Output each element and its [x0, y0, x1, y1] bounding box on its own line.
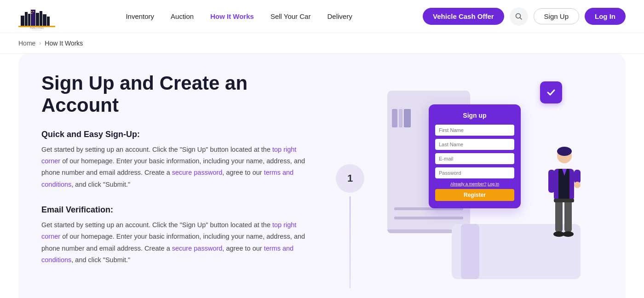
login-button[interactable]: Log In [585, 8, 626, 25]
main-content-card: Sign Up and Create an Account Quick and … [18, 54, 626, 298]
svg-rect-4 [36, 13, 39, 26]
breadcrumb-chevron: › [39, 40, 41, 46]
desk-leg [461, 224, 479, 279]
nav-inventory[interactable]: Inventory [126, 12, 154, 20]
svg-rect-10 [31, 13, 32, 14]
svg-rect-0 [21, 16, 24, 26]
left-content: Sign Up and Create an Account Quick and … [41, 72, 327, 281]
top-right-link[interactable]: top right corner [41, 146, 296, 165]
svg-rect-21 [574, 170, 581, 183]
signup-password-input[interactable] [435, 167, 514, 178]
svg-line-15 [520, 17, 522, 19]
svg-point-26 [563, 231, 574, 237]
signup-email-input[interactable] [435, 153, 514, 164]
secure-password-link2[interactable]: secure password [172, 245, 223, 252]
svg-rect-3 [31, 10, 35, 26]
svg-rect-9 [33, 11, 34, 12]
cash-offer-button[interactable]: Vehicle Cash Offer [423, 8, 504, 25]
already-member-text: Already a member? Log In [435, 182, 514, 186]
svg-text:AUCTIONS: AUCTIONS [32, 29, 42, 30]
signup-card: Sign up Already a member? Log In Registe… [429, 104, 521, 208]
svg-rect-8 [31, 11, 32, 12]
breadcrumb: Home › How It Works [0, 33, 644, 54]
signup-firstname-input[interactable] [435, 125, 514, 136]
nav-auction[interactable]: Auction [171, 12, 194, 20]
section2-body: Get started by setting up an account. Cl… [41, 219, 308, 266]
step-number: 1 [336, 164, 364, 193]
main-nav: Inventory Auction How It Works Sell Your… [126, 12, 352, 20]
svg-rect-20 [548, 170, 555, 193]
logo[interactable]: TWIN CITIES AUCTIONS [18, 3, 55, 30]
step-line [350, 196, 351, 288]
right-illustration: Sign up Already a member? Log In Registe… [383, 68, 585, 288]
terms-link2[interactable]: terms and conditions [41, 245, 293, 264]
svg-rect-1 [25, 12, 28, 26]
svg-rect-7 [47, 17, 50, 26]
terms-link[interactable]: terms and conditions [41, 169, 293, 188]
svg-point-17 [557, 147, 572, 156]
check-badge [540, 81, 562, 103]
page-title: Sign Up and Create an Account [41, 72, 308, 117]
nav-how-it-works[interactable]: How It Works [210, 12, 254, 20]
signup-card-title: Sign up [435, 112, 514, 119]
svg-rect-6 [43, 14, 46, 26]
svg-point-22 [574, 182, 581, 188]
nav-delivery[interactable]: Delivery [327, 12, 352, 20]
register-button[interactable]: Register [435, 189, 514, 201]
section1-heading: Quick and Easy Sign-Up: [41, 130, 308, 139]
nav-sell-your-car[interactable]: Sell Your Car [270, 12, 311, 20]
secure-password-link[interactable]: secure password [172, 169, 223, 176]
step-indicator: 1 [336, 72, 364, 288]
section2-heading: Email Verification: [41, 205, 308, 215]
search-icon [515, 13, 523, 20]
section1-body: Get started by setting up an account. Cl… [41, 144, 308, 191]
svg-rect-27 [554, 199, 574, 202]
breadcrumb-current: How It Works [45, 40, 83, 47]
header: TWIN CITIES AUCTIONS Inventory Auction H… [0, 0, 644, 33]
svg-rect-5 [40, 11, 42, 26]
checkmark-icon [546, 87, 557, 98]
signup-lastname-input[interactable] [435, 139, 514, 150]
person-illustration [539, 146, 581, 252]
breadcrumb-home[interactable]: Home [18, 40, 35, 47]
svg-rect-24 [564, 200, 572, 232]
svg-rect-23 [555, 200, 563, 232]
header-actions: Vehicle Cash Offer Sign Up Log In [423, 7, 626, 26]
top-right-link2[interactable]: top right corner [41, 221, 296, 240]
signup-button[interactable]: Sign Up [534, 8, 579, 24]
search-button[interactable] [510, 7, 528, 26]
svg-rect-2 [28, 14, 30, 26]
